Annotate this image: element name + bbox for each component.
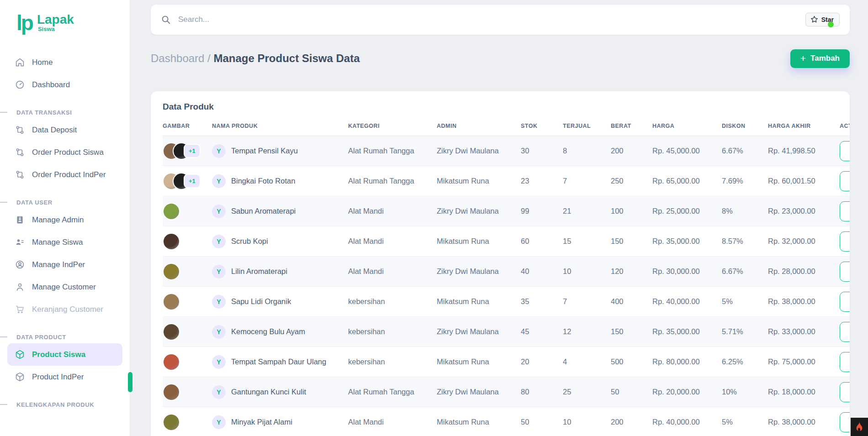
cell-diskon: 8.57% [722,226,768,257]
column-header-action: ACTION [840,118,850,136]
cell-harga: Rp. 65,000.00 [652,166,722,196]
table-row: YLilin AromaterapiAlat MandiZikry Dwi Ma… [163,257,850,287]
cell-kategori: kebersihan [348,317,437,347]
cell-kategori: Alat Rumah Tangga [348,377,437,407]
detail-button[interactable]: Detail [840,352,850,372]
cell-harga-akhir: Rp. 41,998.50 [768,136,840,166]
product-avatar: Y [212,295,226,309]
sidebar-item-home[interactable]: Home [7,51,122,74]
user-circle-icon [15,260,25,270]
cell-harga-akhir: Rp. 38,000.00 [768,407,840,436]
sidebar-item-label: Data Deposit [32,126,77,135]
cell-admin: Zikry Dwi Maulana [437,136,521,166]
detail-button[interactable]: Detail [840,262,850,282]
main-area: Star Dashboard / Manage Product Siswa Da… [151,0,850,436]
detail-button[interactable]: Detail [840,141,850,161]
sidebar-item-manage-siswa[interactable]: Manage Siswa [7,231,122,253]
product-thumbnails [163,203,208,220]
column-header-harga: HARGA [652,118,722,136]
cell-berat: 50 [611,377,652,407]
brand-name: Lapak [37,13,74,26]
cell-terjual: 10 [563,257,611,287]
active-item-indicator [128,372,132,392]
git-compare-icon [15,147,25,158]
brand-logo[interactable]: lp Lapak Siswa [0,0,130,51]
product-name: Minyak Pijat Alami [231,418,292,426]
cell-terjual: 4 [563,347,611,377]
sidebar-item-product-indper[interactable]: Product IndPer [7,366,122,388]
breadcrumb-parent[interactable]: Dashboard [151,52,204,64]
cell-harga-akhir: Rp. 32,000.00 [768,226,840,257]
product-avatar: Y [212,265,226,278]
column-header-diskon: DISKON [722,118,768,136]
detail-button[interactable]: Detail [840,382,850,402]
cell-terjual: 21 [563,196,611,226]
cell-harga: Rp. 30,000.00 [652,257,722,287]
debug-toolbar-badge[interactable] [851,418,868,436]
cell-berat: 100 [611,196,652,226]
cell-berat: 200 [611,136,652,166]
detail-button[interactable]: Detail [840,412,850,432]
product-thumbnails [163,383,208,401]
table-row: YMinyak Pijat AlamiAlat MandiMikatsum Ru… [163,407,850,436]
more-images-badge[interactable]: +1 [184,174,201,188]
detail-button[interactable]: Detail [840,201,850,221]
cell-berat: 150 [611,226,652,257]
product-avatar: Y [212,355,226,369]
product-thumbnails [163,323,208,341]
search-bar [161,15,805,25]
detail-button[interactable]: Detail [840,171,850,191]
product-avatar: Y [212,174,226,188]
table-body: +1YTempat Pensil KayuAlat Rumah TanggaZi… [163,136,850,436]
cell-terjual: 10 [563,407,611,436]
cell-admin: Zikry Dwi Maulana [437,257,521,287]
sidebar-item-order-product-indper[interactable]: Order Product IndPer [7,163,122,186]
detail-button[interactable]: Detail [840,231,850,252]
topbar: Star [151,5,850,35]
sidebar-item-manage-indper[interactable]: Manage IndPer [7,253,122,276]
column-header-gambar: GAMBAR [163,118,212,136]
cell-berat: 150 [611,317,652,347]
cell-admin: Mikatsum Runa [437,226,521,257]
column-header-berat: BERAT [611,118,652,136]
cell-admin: Mikatsum Runa [437,287,521,317]
sidebar-item-label: Manage Siswa [32,238,83,247]
cell-harga-akhir: Rp. 38,000.00 [768,287,840,317]
sidebar-item-manage-admin[interactable]: Manage Admin [7,209,122,231]
cell-berat: 400 [611,287,652,317]
more-images-badge[interactable]: +1 [184,144,201,158]
detail-button[interactable]: Detail [840,322,850,342]
flame-icon [854,421,864,433]
cell-diskon: 6.25% [722,347,768,377]
detail-button[interactable]: Detail [840,292,850,312]
sidebar-item-keranjang-customer[interactable]: Keranjang Customer [7,298,122,320]
star-button[interactable]: Star [805,13,840,26]
sidebar-item-dashboard[interactable]: Dashboard [7,74,122,96]
sidebar-item-manage-customer[interactable]: Manage Customer [7,276,122,298]
page-title: Manage Product Siswa Data [213,52,360,64]
star-icon [810,16,818,23]
cell-harga-akhir: Rp. 23,000.00 [768,196,840,226]
breadcrumb-separator: / [204,52,213,64]
cell-kategori: Alat Mandi [348,257,437,287]
cell-stok: 23 [521,166,563,196]
tambah-button[interactable]: + Tambah [790,49,850,68]
column-header-harga-akhir: HARGA AKHIR [768,118,840,136]
cell-berat: 500 [611,347,652,377]
cell-stok: 35 [521,287,563,317]
product-thumbnails [163,353,208,371]
section-label: KELENGKAPAN PRODUK [16,401,94,408]
cell-stok: 20 [521,347,563,377]
sidebar-item-order-product-siswa[interactable]: Order Product Siswa [7,141,122,163]
cell-terjual: 7 [563,166,611,196]
cell-berat: 200 [611,407,652,436]
brand-logo-mark-icon: lp [16,11,32,35]
cart-icon [15,305,25,315]
plus-icon: + [800,54,806,63]
search-input[interactable] [178,15,407,24]
id-badge-icon [15,215,25,225]
sidebar-item-data-deposit[interactable]: Data Deposit [7,119,122,141]
table-header-row: GAMBARNAMA PRODUKKATEGORIADMINSTOKTERJUA… [163,118,850,136]
sidebar-item-product-siswa[interactable]: Product Siswa [7,343,122,366]
product-image [163,263,180,280]
